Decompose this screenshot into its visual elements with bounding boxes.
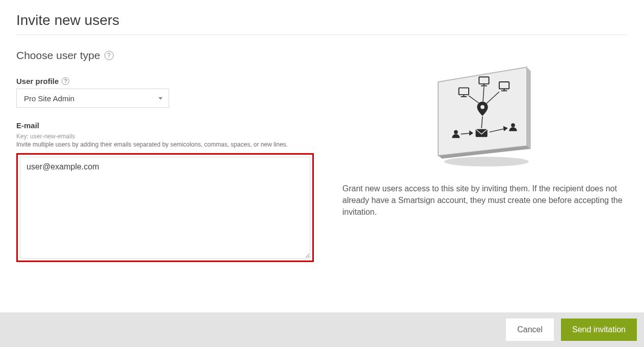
section-heading-user-type: Choose user type ?	[16, 49, 322, 62]
email-label-text: E-mail	[16, 121, 39, 130]
send-invitation-button[interactable]: Send invitation	[561, 319, 637, 341]
section-heading-label: Choose user type	[16, 49, 100, 62]
svg-point-16	[454, 130, 458, 134]
invite-illustration	[423, 52, 542, 170]
info-column: Grant new users access to this site by i…	[342, 49, 628, 262]
email-highlight-frame	[16, 153, 314, 262]
invite-description: Grant new users access to this site by i…	[342, 183, 623, 218]
svg-point-18	[511, 123, 515, 127]
divider	[16, 35, 628, 35]
svg-marker-1	[527, 67, 531, 149]
footer-bar: Cancel Send invitation	[0, 312, 644, 347]
svg-point-3	[444, 157, 529, 166]
page-title: Invite new users	[16, 12, 628, 28]
chevron-down-icon	[158, 97, 163, 100]
email-hint: Invite multiple users by adding their em…	[16, 141, 322, 148]
email-label: E-mail	[16, 121, 322, 130]
cancel-button[interactable]: Cancel	[506, 319, 554, 341]
user-profile-select[interactable]: Pro Site Admin	[16, 89, 169, 108]
user-profile-value: Pro Site Admin	[24, 94, 74, 103]
email-textarea[interactable]	[20, 157, 310, 258]
help-icon[interactable]: ?	[62, 77, 69, 85]
email-key: Key: user-new-emails	[16, 133, 322, 140]
user-profile-label: User profile ?	[16, 77, 322, 85]
user-profile-label-text: User profile	[16, 77, 59, 85]
help-icon[interactable]: ?	[104, 51, 114, 60]
form-column: Choose user type ? User profile ? Pro Si…	[16, 49, 322, 262]
